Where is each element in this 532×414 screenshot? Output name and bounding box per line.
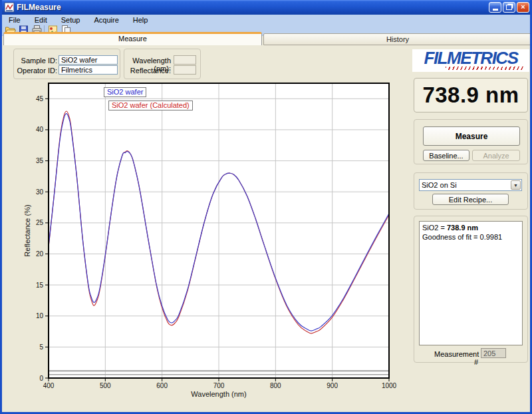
legend-measured: SiO2 wafer: [104, 87, 146, 97]
filmetrics-logo: FILMETRICS: [412, 49, 529, 72]
measure-button[interactable]: Measure: [423, 126, 520, 146]
measurement-number-field: [481, 348, 506, 358]
menu-bar: File Edit Setup Acquire Help: [2, 15, 532, 25]
svg-text:700: 700: [213, 382, 225, 389]
svg-text:30: 30: [36, 188, 44, 196]
thickness-display: 738.9 nm: [414, 78, 528, 112]
svg-text:900: 900: [327, 382, 338, 389]
menu-file[interactable]: File: [9, 16, 21, 24]
svg-text:800: 800: [270, 382, 281, 389]
svg-text:20: 20: [36, 250, 44, 258]
menu-help[interactable]: Help: [133, 16, 148, 24]
chart-svg: 4005006007008009001000051015202530354045…: [21, 75, 404, 402]
svg-text:1000: 1000: [382, 382, 397, 389]
menu-acquire[interactable]: Acquire: [94, 16, 118, 24]
close-button[interactable]: ×: [517, 2, 529, 13]
restore-button[interactable]: [503, 2, 515, 13]
wavelength-readout: [174, 55, 196, 65]
svg-text:Wavelength (nm): Wavelength (nm): [191, 390, 246, 398]
svg-text:400: 400: [43, 382, 55, 389]
reflectance-readout: [174, 65, 196, 75]
baseline-button[interactable]: Baseline...: [423, 150, 469, 161]
svg-text:0: 0: [39, 375, 43, 382]
recipe-selected-value: SiO2 on Si: [422, 181, 457, 189]
result-thickness-line: SiO2 = 738.9 nm: [422, 223, 519, 232]
menu-edit[interactable]: Edit: [35, 16, 47, 24]
svg-text:10: 10: [36, 312, 44, 319]
logo-hatch-decoration: [446, 67, 524, 70]
tab-measure[interactable]: Measure: [3, 32, 262, 45]
measurement-number-label: Measurement #: [434, 350, 478, 366]
analyze-button[interactable]: Analyze: [472, 150, 520, 161]
svg-text:35: 35: [36, 157, 44, 164]
sample-id-label: Sample ID:: [16, 57, 57, 65]
edit-recipe-button[interactable]: Edit Recipe...: [432, 194, 509, 205]
result-gof-line: Goodness of fit = 0.9981: [422, 232, 519, 242]
measure-group: Measure Baseline... Analyze: [414, 119, 528, 164]
spectrum-chart: 4005006007008009001000051015202530354045…: [21, 75, 404, 402]
logo-text: FILMETRICS: [424, 48, 518, 68]
operator-id-input[interactable]: [59, 65, 118, 75]
legend-calculated: SiO2 wafer (Calculated): [108, 101, 193, 110]
app-window: FILMeasure × File Edit Setup Acquire Hel…: [0, 0, 532, 414]
menu-setup[interactable]: Setup: [61, 16, 80, 24]
reflectance-label: Reflectance:: [126, 67, 171, 75]
svg-text:600: 600: [156, 382, 168, 389]
svg-text:25: 25: [36, 219, 44, 226]
svg-text:Reflectance (%): Reflectance (%): [23, 204, 31, 256]
svg-text:5: 5: [39, 343, 43, 351]
sample-id-input[interactable]: [59, 55, 118, 65]
results-group: SiO2 = 738.9 nm Goodness of fit = 0.9981…: [414, 216, 528, 363]
svg-text:45: 45: [36, 95, 44, 103]
combo-dropdown-button[interactable]: ▼: [511, 180, 521, 190]
svg-text:15: 15: [36, 282, 44, 289]
results-listbox[interactable]: SiO2 = 738.9 nm Goodness of fit = 0.9981: [419, 221, 523, 345]
app-icon: [4, 2, 15, 13]
recipe-group: SiO2 on Si ▼ Edit Recipe...: [414, 172, 528, 210]
operator-id-label: Operator ID:: [16, 67, 57, 75]
tab-history[interactable]: History: [263, 33, 532, 45]
minimize-button[interactable]: [489, 2, 501, 13]
svg-text:40: 40: [36, 126, 44, 133]
window-title: FILMeasure: [17, 3, 61, 12]
svg-text:500: 500: [100, 382, 111, 389]
title-bar[interactable]: FILMeasure ×: [0, 0, 532, 15]
recipe-combobox[interactable]: SiO2 on Si ▼: [419, 179, 522, 191]
